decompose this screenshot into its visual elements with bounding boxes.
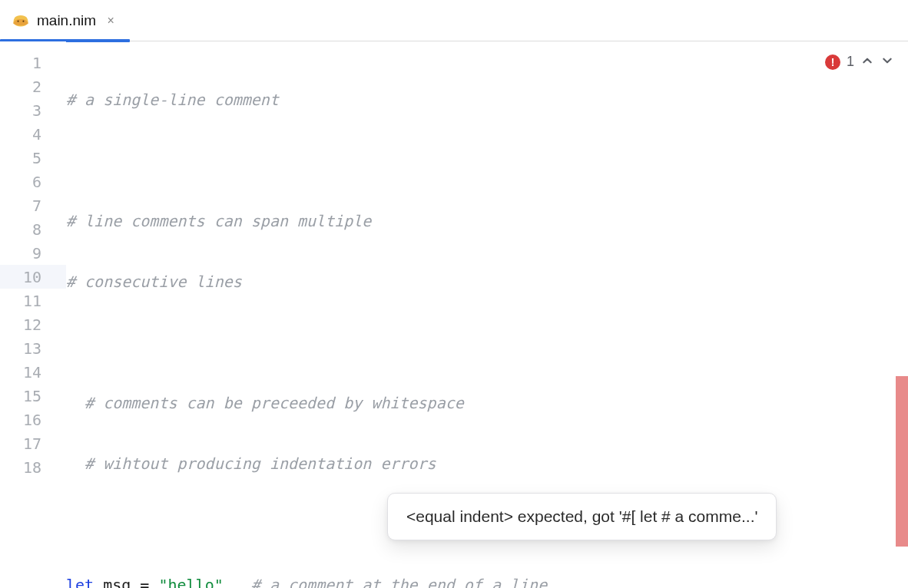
- tab-bar: main.nim ×: [0, 0, 908, 41]
- line-number: 12: [0, 312, 66, 336]
- line-number: 9: [0, 241, 66, 265]
- error-tooltip: <equal indent> expected, got '#[ let # a…: [387, 493, 777, 540]
- gutter: 1 2 3 4 5 6 7 8 9 10 11 12 13 14 15 16 1…: [0, 41, 66, 588]
- line-number: 5: [0, 146, 66, 170]
- line-number: 4: [0, 122, 66, 146]
- line-number: 8: [0, 217, 66, 241]
- problems-widget: ! 1: [825, 54, 894, 70]
- error-stripe-marker[interactable]: [896, 376, 908, 547]
- whitespace: [131, 576, 140, 589]
- code-line[interactable]: # wihtout producing indentation errors: [66, 451, 908, 475]
- error-count: 1: [847, 54, 854, 70]
- whitespace: [149, 576, 158, 589]
- code-line[interactable]: # a single-line comment: [66, 88, 908, 111]
- line-number: 17: [0, 431, 66, 455]
- svg-point-0: [18, 21, 19, 22]
- string-token: "hello": [158, 576, 223, 589]
- comment-token: # comments can be preceeded by whitespac…: [66, 394, 464, 412]
- line-number: 14: [0, 360, 66, 384]
- line-number: 15: [0, 384, 66, 408]
- close-tab-icon[interactable]: ×: [104, 14, 118, 28]
- next-error-button[interactable]: [880, 54, 894, 70]
- code-line[interactable]: # line comments can span multiple: [66, 209, 908, 233]
- code-line[interactable]: # comments can be preceeded by whitespac…: [66, 391, 908, 415]
- comment-token: # a comment at the end of a line: [251, 576, 547, 589]
- line-number: 1: [0, 51, 66, 74]
- code-line[interactable]: [66, 330, 908, 354]
- line-number: 2: [0, 74, 66, 98]
- whitespace: [94, 576, 103, 589]
- svg-point-1: [22, 21, 24, 22]
- whitespace: [224, 576, 251, 589]
- comment-token: # wihtout producing indentation errors: [66, 454, 436, 473]
- line-number: 16: [0, 408, 66, 431]
- code-line[interactable]: let msg = "hello" # a comment at the end…: [66, 573, 908, 588]
- line-number: 3: [0, 98, 66, 122]
- keyword-token: let: [66, 576, 94, 589]
- code-line[interactable]: # consecutive lines: [66, 269, 908, 293]
- operator-token: =: [140, 576, 149, 589]
- prev-error-button[interactable]: [860, 54, 874, 70]
- line-number: 10: [0, 265, 66, 289]
- line-number: 6: [0, 170, 66, 193]
- comment-token: # a single-line comment: [66, 91, 279, 109]
- error-badge-icon[interactable]: !: [825, 55, 840, 70]
- comment-token: # line comments can span multiple: [66, 212, 371, 230]
- line-number: 11: [0, 289, 66, 312]
- file-tab[interactable]: main.nim ×: [0, 0, 130, 41]
- error-tooltip-text: <equal indent> expected, got '#[ let # a…: [406, 507, 757, 525]
- line-number: 13: [0, 336, 66, 360]
- comment-token: # consecutive lines: [66, 273, 242, 291]
- tab-filename: main.nim: [37, 12, 96, 29]
- line-number: 18: [0, 455, 66, 479]
- nim-file-icon: [12, 14, 29, 27]
- identifier-token: msg: [103, 576, 131, 589]
- line-number: 7: [0, 193, 66, 217]
- code-line[interactable]: [66, 148, 908, 172]
